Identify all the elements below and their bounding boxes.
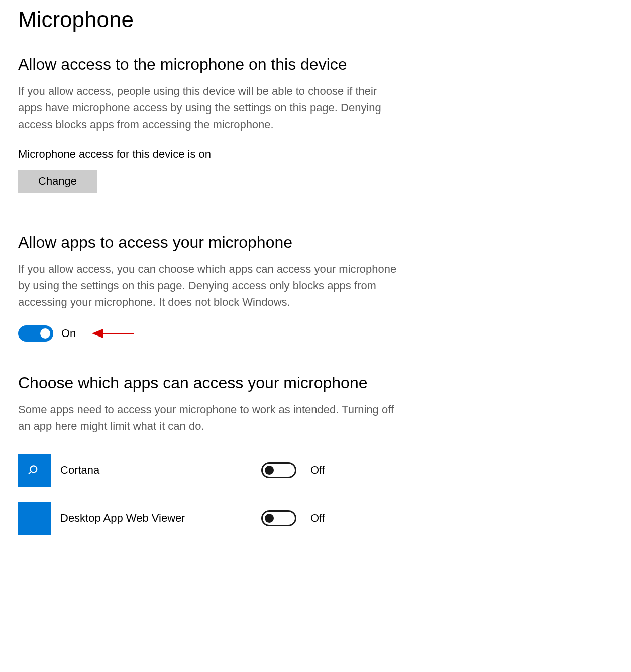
annotation-arrow bbox=[92, 329, 134, 338]
cortana-toggle[interactable] bbox=[261, 462, 296, 478]
app-row-desktop-app-web-viewer: Desktop App Web Viewer Off bbox=[18, 502, 613, 535]
arrow-line-icon bbox=[103, 333, 134, 334]
section-choose-apps: Choose which apps can access your microp… bbox=[18, 374, 613, 535]
svg-point-0 bbox=[30, 466, 37, 472]
change-button[interactable]: Change bbox=[18, 170, 97, 193]
app-row-cortana: Cortana Off bbox=[18, 454, 613, 487]
section1-desc: If you allow access, people using this d… bbox=[18, 83, 400, 133]
svg-line-1 bbox=[29, 472, 31, 474]
section1-heading: Allow access to the microphone on this d… bbox=[18, 55, 613, 74]
page-title: Microphone bbox=[18, 7, 613, 32]
section2-heading: Allow apps to access your microphone bbox=[18, 233, 613, 252]
toggle-knob bbox=[265, 466, 274, 475]
app-list: Cortana Off Desktop App Web Viewer Off bbox=[18, 454, 613, 535]
desktop-app-web-viewer-toggle-label: Off bbox=[310, 512, 325, 525]
arrow-head-icon bbox=[92, 329, 103, 338]
desktop-app-web-viewer-toggle[interactable] bbox=[261, 510, 296, 526]
app-name-label: Cortana bbox=[60, 464, 261, 477]
desktop-app-web-viewer-icon bbox=[18, 502, 51, 535]
allow-apps-toggle-label: On bbox=[61, 327, 76, 340]
device-access-status: Microphone access for this device is on bbox=[18, 148, 613, 161]
toggle-knob bbox=[265, 514, 274, 523]
section3-heading: Choose which apps can access your microp… bbox=[18, 374, 613, 392]
section-allow-device-access: Allow access to the microphone on this d… bbox=[18, 55, 613, 193]
toggle-knob bbox=[40, 328, 50, 339]
section3-desc: Some apps need to access your microphone… bbox=[18, 401, 400, 434]
cortana-icon bbox=[18, 454, 51, 487]
section-allow-apps-access: Allow apps to access your microphone If … bbox=[18, 233, 613, 342]
allow-apps-toggle[interactable] bbox=[18, 325, 53, 342]
app-name-label: Desktop App Web Viewer bbox=[60, 512, 261, 525]
section2-desc: If you allow access, you can choose whic… bbox=[18, 261, 400, 310]
cortana-toggle-label: Off bbox=[310, 464, 325, 477]
